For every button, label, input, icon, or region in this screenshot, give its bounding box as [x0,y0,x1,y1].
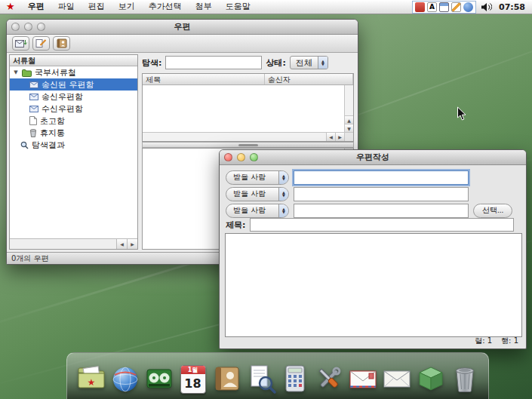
folder-label: 탐색결과 [32,140,65,151]
volume-icon[interactable] [481,2,492,12]
recipient-type-dropdown[interactable]: 받을 사람 ▲▼ [226,170,289,185]
zoom-button[interactable] [37,23,45,31]
menu-edit[interactable]: 편집 [81,0,112,14]
minimize-button[interactable] [237,153,245,161]
compose-titlebar[interactable]: 우편작성 [220,150,526,165]
folder-label: 초고함 [40,115,65,127]
window-switcher-icon[interactable] [439,2,449,12]
search-label: 탐색: [142,57,161,69]
subject-input[interactable] [250,218,514,232]
help-globe-icon[interactable] [463,2,473,12]
folder-sidebar: 서류철 ▼ 국부서류철 송신된 우편함 송신우편함 수신우편함 초고함 [9,54,138,250]
check-mail-button[interactable] [12,36,29,51]
recipient-type-dropdown[interactable]: 받을 사람 ▲▼ [226,204,289,218]
dropdown-stepper-icon: ▲▼ [278,204,288,217]
scroll-right-icon[interactable]: ▶ [127,239,137,249]
column-sender[interactable]: 송신자 [265,74,353,84]
tray-app-icon[interactable] [415,2,425,12]
message-list-vscrollbar[interactable]: ▲ ▼ [344,85,353,132]
recipient-input-3[interactable] [294,204,469,218]
folder-label: 수신우편함 [42,103,83,115]
scroll-left-icon[interactable]: ◀ [326,133,335,141]
close-button[interactable] [224,153,232,161]
trash-icon [29,128,37,137]
red-star-logo-icon[interactable]: ★ [6,0,15,14]
dock-calculator-icon[interactable] [278,361,311,394]
dock-web-browser-icon[interactable] [109,361,141,394]
scroll-up-icon[interactable]: ▲ [345,115,353,124]
folder-icon [22,69,32,77]
compose-window: 우편작성 받을 사람 ▲▼ 받을 사람 ▲▼ 받을 사람 ▲▼ 선택... [219,149,527,349]
mailbox-icon [29,81,38,88]
message-body-input[interactable] [225,233,522,337]
search-row: 탐색: 상태: 전체 ▲▼ [142,54,354,71]
pen-icon[interactable] [451,2,461,12]
dock-package-icon[interactable] [414,361,447,394]
magnifier-icon [20,141,29,149]
status-label: 상태: [266,57,285,69]
dropdown-stepper-icon: ▲▼ [278,171,288,184]
input-method-icon[interactable]: A [427,2,437,12]
menu-help[interactable]: 도움말 [219,0,257,14]
folder-trash[interactable]: 휴지통 [10,127,137,139]
mail-count-text: 0개의 우편 [11,253,49,264]
pane-splitter[interactable] [142,142,354,148]
compose-button[interactable] [32,36,50,51]
menu-options[interactable]: 추가선택 [142,0,189,14]
address-book-button[interactable] [53,36,70,51]
menu-mail[interactable]: 우편 [21,0,51,14]
scroll-down-icon[interactable]: ▼ [345,124,353,132]
menu-view[interactable]: 보기 [112,0,142,14]
mail-window-title: 우편 [7,21,358,32]
dock-mail-icon[interactable] [380,361,413,394]
folder-drafts[interactable]: 초고함 [10,115,137,127]
message-list-hscrollbar[interactable]: ◀ ▶ [143,132,344,141]
dock-file-search-icon[interactable] [244,361,277,394]
dock-documents-folder-icon[interactable]: ★ [75,361,107,394]
dock-calendar-icon[interactable]: 1월 18 [177,361,209,394]
recipient-type-value: 받을 사람 [233,172,266,183]
scroll-left-icon[interactable]: ◀ [116,239,127,249]
folders-header[interactable]: 서류철 [10,55,137,66]
mail-titlebar[interactable]: 우편 [7,20,358,35]
zoom-button[interactable] [250,153,258,161]
splitter-handle[interactable] [238,144,258,146]
close-button[interactable] [11,23,20,31]
dock-contacts-icon[interactable] [211,361,243,394]
search-input[interactable] [165,56,262,69]
column-subject[interactable]: 제목 [143,74,265,84]
folder-label: 국부서류철 [35,67,76,78]
recipient-input-1[interactable] [294,170,469,185]
folder-local-root[interactable]: ▼ 국부서류철 [10,66,137,78]
recipient-row: 받을 사람 ▲▼ [226,186,469,201]
recipient-type-value: 받을 사람 [233,189,266,199]
dock-trash-icon[interactable] [448,361,481,394]
subject-label: 제목: [226,219,245,231]
column-status: 렬: 1 [475,336,492,346]
folder-outbox[interactable]: 송신우편함 [10,91,137,103]
menu-attach[interactable]: 첨부 [189,0,219,14]
svg-text:★: ★ [87,377,95,388]
scroll-right-icon[interactable]: ▶ [335,133,344,141]
folder-sent-mail[interactable]: 송신된 우편함 [10,78,137,91]
minimize-button[interactable] [24,23,32,31]
calendar-day: 18 [181,374,205,393]
message-list-body[interactable] [143,85,344,132]
menu-file[interactable]: 파일 [51,0,81,14]
folder-inbox[interactable]: 수신우편함 [10,103,137,115]
mouse-cursor [457,106,467,121]
calendar-month: 1월 [181,366,205,374]
dock-media-player-icon[interactable] [143,361,175,394]
disclosure-triangle-icon[interactable]: ▼ [13,69,19,75]
dock-system-tools-icon[interactable] [312,361,345,394]
dock-airmail-icon[interactable] [346,361,379,394]
recipient-row: 받을 사람 ▲▼ [226,170,469,185]
recipient-type-dropdown[interactable]: 받을 사람 ▲▼ [226,187,289,201]
select-address-button[interactable]: 선택... [473,204,512,218]
sidebar-hscrollbar[interactable]: ◀ ▶ [10,238,137,249]
folder-search-results[interactable]: 탐색결과 [10,139,137,151]
recipient-input-2[interactable] [294,187,469,201]
status-dropdown[interactable]: 전체 ▲▼ [290,56,328,69]
system-tray: A [412,1,476,14]
cursor-position-status: 렬: 1 행: 1 [475,336,518,346]
